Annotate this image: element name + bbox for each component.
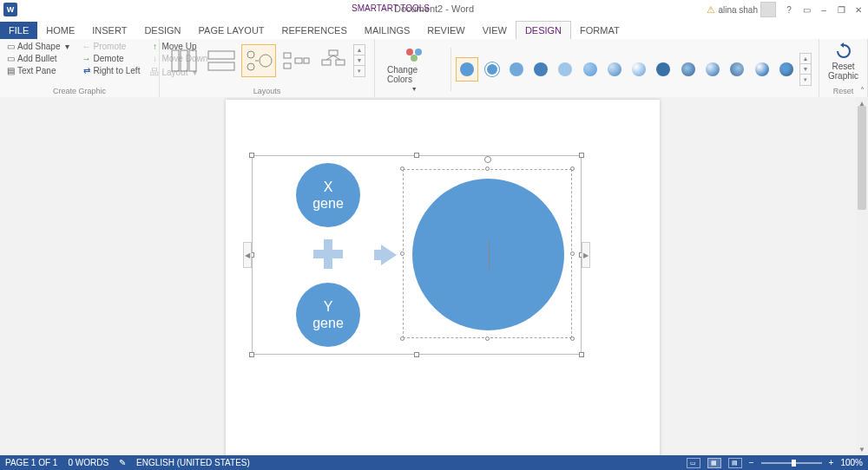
layout-option-5[interactable]: [316, 44, 351, 77]
tab-page-layout[interactable]: PAGE LAYOUT: [190, 22, 273, 39]
tab-design-main[interactable]: DESIGN: [135, 22, 189, 39]
svg-rect-0: [172, 50, 179, 71]
change-colors-button[interactable]: Change Colors▼: [382, 44, 446, 94]
scroll-up-icon[interactable]: ▲: [800, 54, 811, 64]
document-area[interactable]: ◀ ▶ X gene Y gene: [0, 97, 856, 455]
scroll-down-icon[interactable]: ▼: [800, 64, 811, 75]
tab-home[interactable]: HOME: [37, 22, 83, 39]
smartart-shape-result[interactable]: [412, 179, 564, 330]
read-mode-button[interactable]: ▭: [687, 458, 700, 468]
resize-handle-n[interactable]: [414, 153, 419, 158]
style-option-6[interactable]: [579, 57, 602, 82]
ribbon: ▭Add Shape▾ ▭Add Bullet ▤Text Pane ←Prom…: [0, 39, 868, 98]
tab-mailings[interactable]: MAILINGS: [356, 22, 419, 39]
print-layout-button[interactable]: ▦: [707, 458, 721, 468]
zoom-slider[interactable]: [761, 462, 822, 464]
tab-file[interactable]: FILE: [0, 22, 37, 39]
layout-option-4[interactable]: [279, 44, 313, 77]
style-option-12[interactable]: [726, 57, 748, 82]
add-shape-button[interactable]: ▭Add Shape▾: [3, 41, 75, 52]
inner-handle-s[interactable]: [485, 336, 490, 341]
tab-view[interactable]: VIEW: [474, 22, 516, 39]
layouts-scroll[interactable]: ▲▼▾: [353, 44, 365, 77]
rotate-handle[interactable]: [484, 156, 491, 163]
text-pane-toggle-left[interactable]: ◀: [243, 242, 252, 268]
page[interactable]: ◀ ▶ X gene Y gene: [226, 100, 660, 455]
style-option-5[interactable]: [554, 57, 576, 82]
web-layout-button[interactable]: ▤: [728, 458, 742, 468]
reset-graphic-button[interactable]: Reset Graphic: [823, 41, 864, 82]
style-option-8[interactable]: [628, 57, 650, 82]
style-option-11[interactable]: [701, 57, 724, 82]
styles-scroll[interactable]: ▲▼▾: [799, 53, 812, 86]
smartart-shape-y-gene[interactable]: Y gene: [296, 283, 360, 347]
zoom-out-button[interactable]: −: [749, 458, 754, 467]
text-pane-toggle-right[interactable]: ▶: [582, 242, 590, 268]
zoom-in-button[interactable]: +: [829, 458, 834, 467]
scroll-thumb[interactable]: [858, 106, 866, 210]
resize-handle-ne[interactable]: [579, 153, 584, 158]
tab-references[interactable]: REFERENCES: [273, 22, 356, 39]
demote-button[interactable]: →Demote: [80, 53, 143, 64]
resize-handle-sw[interactable]: [249, 352, 254, 357]
style-option-3[interactable]: [505, 57, 528, 82]
minimize-button[interactable]: –: [816, 3, 832, 16]
svg-rect-10: [284, 63, 291, 69]
tab-smartart-design[interactable]: DESIGN: [516, 21, 571, 39]
inner-handle-sw[interactable]: [400, 336, 404, 341]
scroll-down-arrow[interactable]: ▼: [856, 443, 868, 455]
close-button[interactable]: ✕: [851, 3, 866, 16]
style-option-9[interactable]: [652, 57, 674, 82]
add-bullet-button[interactable]: ▭Add Bullet: [3, 53, 75, 64]
scroll-more-icon[interactable]: ▾: [354, 66, 365, 76]
layout-option-3[interactable]: [241, 44, 276, 77]
vertical-scrollbar[interactable]: ▲ ▼: [856, 97, 868, 455]
scroll-more-icon[interactable]: ▾: [800, 75, 811, 85]
scroll-down-icon[interactable]: ▼: [354, 55, 365, 66]
inner-handle-se[interactable]: [570, 336, 575, 341]
tab-review[interactable]: REVIEW: [418, 22, 473, 39]
resize-handle-nw[interactable]: [249, 153, 254, 158]
text-pane-button[interactable]: ▤Text Pane: [3, 65, 75, 76]
inner-handle-w[interactable]: [400, 251, 404, 256]
style-option-10[interactable]: [677, 57, 700, 82]
layout-option-2[interactable]: [204, 44, 239, 77]
layout-icon: 品: [150, 66, 159, 78]
resize-handle-se[interactable]: [579, 352, 584, 357]
inner-handle-e[interactable]: [570, 251, 575, 256]
right-to-left-button[interactable]: ⇄Right to Left: [80, 65, 143, 76]
language-status[interactable]: ENGLISH (UNITED STATES): [136, 458, 250, 467]
page-count[interactable]: PAGE 1 OF 1: [5, 458, 57, 467]
style-option-1[interactable]: [456, 57, 478, 82]
tab-smartart-format[interactable]: FORMAT: [571, 22, 628, 39]
layout-option-1[interactable]: [167, 44, 201, 77]
user-account[interactable]: ⚠ alina shah: [707, 2, 776, 17]
style-option-14[interactable]: [775, 57, 798, 82]
inner-handle-ne[interactable]: [570, 166, 575, 171]
inner-handle-n[interactable]: [485, 166, 490, 171]
smartart-selected-shape-frame[interactable]: [403, 169, 572, 338]
text-cursor: [489, 239, 490, 271]
style-option-4[interactable]: [529, 57, 552, 82]
proofing-icon[interactable]: ✎: [119, 458, 126, 467]
smartart-plus-icon[interactable]: [313, 239, 343, 269]
promote-button[interactable]: ←Promote: [80, 41, 143, 52]
help-button[interactable]: ?: [781, 3, 797, 16]
scroll-up-icon[interactable]: ▲: [354, 45, 365, 55]
style-option-7[interactable]: [603, 57, 626, 82]
word-count[interactable]: 0 WORDS: [68, 458, 108, 467]
user-avatar[interactable]: [760, 2, 776, 17]
style-option-2[interactable]: [480, 57, 503, 82]
zoom-slider-knob[interactable]: [792, 460, 796, 467]
smartart-arrow-icon[interactable]: [381, 245, 397, 265]
zoom-level[interactable]: 100%: [840, 458, 863, 467]
inner-handle-nw[interactable]: [400, 166, 404, 171]
smartart-shape-x-gene[interactable]: X gene: [296, 163, 360, 227]
restore-button[interactable]: ❐: [833, 3, 849, 16]
collapse-ribbon-button[interactable]: ˄: [860, 86, 865, 95]
tab-insert[interactable]: INSERT: [83, 22, 135, 39]
ribbon-options-button[interactable]: ▭: [799, 3, 814, 16]
smartart-frame[interactable]: ◀ ▶ X gene Y gene: [252, 155, 582, 355]
resize-handle-s[interactable]: [414, 352, 419, 357]
style-option-13[interactable]: [750, 57, 773, 82]
